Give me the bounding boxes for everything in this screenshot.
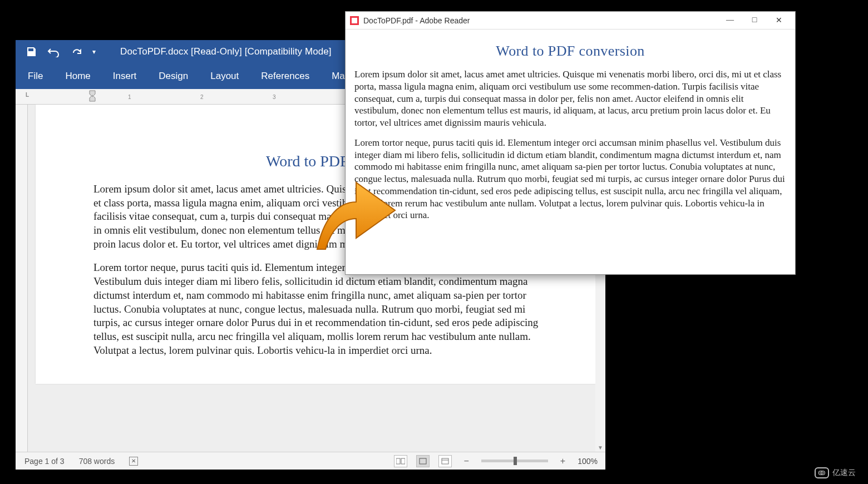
ruler-tick: 2 [200, 94, 204, 100]
zoom-slider-thumb[interactable] [514, 457, 517, 465]
vertical-ruler[interactable] [16, 105, 28, 452]
tab-insert[interactable]: Insert [113, 71, 137, 82]
adobe-reader-window: DocToPDF.pdf - Adobe Reader — □ ✕ Word t… [345, 11, 796, 275]
pdf-title-text: DocToPDF.pdf - Adobe Reader [363, 16, 470, 25]
zoom-percent[interactable]: 100% [578, 457, 598, 466]
indent-marker-icon[interactable] [89, 90, 96, 103]
print-layout-icon[interactable] [416, 455, 430, 467]
doc-paragraph[interactable]: Lorem tortor neque, purus taciti quis id… [93, 261, 540, 357]
tab-design[interactable]: Design [159, 71, 188, 82]
scroll-down-icon[interactable]: ▼ [595, 443, 605, 452]
maximize-button[interactable]: □ [749, 16, 760, 25]
web-layout-icon[interactable] [438, 455, 452, 467]
ruler-corner-icon[interactable]: L [26, 92, 29, 98]
proofing-icon[interactable]: ✕ [129, 457, 138, 466]
svg-rect-3 [442, 458, 448, 464]
qat-customize-icon[interactable]: ▾ [92, 48, 96, 56]
pdf-paragraph: Lorem ipsum dolor sit amet, lacus amet a… [354, 68, 786, 129]
undo-icon[interactable] [47, 46, 61, 57]
minimize-button[interactable]: — [725, 16, 735, 25]
pdf-titlebar: DocToPDF.pdf - Adobe Reader — □ ✕ [346, 12, 795, 29]
ruler-tick: 1 [128, 94, 131, 100]
page-count[interactable]: Page 1 of 3 [24, 457, 65, 466]
pdf-file-icon [350, 16, 359, 25]
tab-home[interactable]: Home [65, 71, 90, 82]
zoom-slider[interactable] [481, 460, 548, 462]
pdf-body[interactable]: Word to PDF conversion Lorem ipsum dolor… [346, 29, 795, 274]
quick-access-toolbar: ▾ [16, 46, 106, 57]
watermark-icon: ↂ [815, 467, 829, 478]
watermark-text: 亿速云 [832, 468, 856, 478]
tab-file[interactable]: File [28, 71, 43, 82]
tab-layout[interactable]: Layout [210, 71, 239, 82]
watermark: ↂ 亿速云 [815, 467, 856, 478]
pdf-heading: Word to PDF conversion [354, 43, 786, 60]
zoom-out-button[interactable]: − [461, 456, 472, 466]
tab-mailings[interactable]: Ma [332, 71, 345, 82]
svg-rect-1 [401, 458, 405, 464]
save-icon[interactable] [26, 46, 37, 57]
close-button[interactable]: ✕ [774, 16, 784, 25]
read-mode-icon[interactable] [394, 455, 407, 467]
document-title: DocToPDF.docx [Read-Only] [Compatibility… [120, 46, 332, 57]
status-bar: Page 1 of 3 708 words ✕ − + 100% [16, 452, 605, 470]
zoom-in-button[interactable]: + [557, 456, 569, 466]
ruler-tick: 3 [273, 94, 276, 100]
tab-references[interactable]: References [261, 71, 309, 82]
word-count[interactable]: 708 words [79, 457, 115, 466]
pdf-paragraph: Lorem tortor neque, purus taciti quis id… [354, 137, 786, 221]
redo-icon[interactable] [71, 46, 82, 57]
svg-rect-0 [396, 458, 400, 464]
svg-rect-2 [420, 458, 426, 464]
